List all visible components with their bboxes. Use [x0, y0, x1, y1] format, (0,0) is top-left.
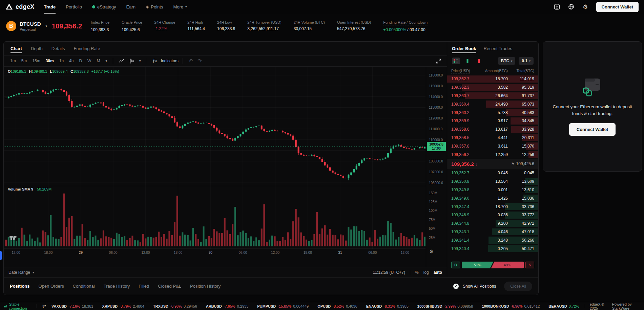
left-panel-handle[interactable]	[0, 251, 2, 260]
tab-open-orders[interactable]: Open Orders	[39, 284, 64, 289]
ticker-value: 0.009858	[458, 304, 473, 308]
orderbook-mid-row[interactable]: 109,356.2 ↓ ⚑ 109,425.6	[447, 159, 538, 169]
nav-item-estrategy[interactable]: eStrategy	[92, 0, 116, 14]
ask-row[interactable]: 109,362.33.58295.319	[447, 83, 538, 92]
log-scale-button[interactable]: log	[423, 270, 429, 275]
ticker-scroll-icon[interactable]: ⇄	[42, 304, 46, 309]
timeframe-1h[interactable]: 1h	[57, 57, 66, 65]
nav-item-points[interactable]: ◈Points	[146, 0, 163, 14]
tab-trade-history[interactable]: Trade History	[104, 284, 130, 289]
ob-layout-both-icon[interactable]	[452, 58, 460, 64]
price-axis[interactable]: 116000.0115000.0114000.0113000.0112000.0…	[426, 67, 447, 267]
chart-settings-gear-icon[interactable]: ⚙	[429, 249, 434, 254]
ticker-pumpusd[interactable]: PUMPUSD-15.85%0.004449	[257, 304, 309, 308]
tab-filled[interactable]: Filled	[139, 284, 149, 289]
tradingview-logo[interactable]	[9, 235, 18, 242]
bid-row[interactable]: 109,347.418.70033.736	[447, 202, 538, 211]
ticker-arbusd[interactable]: ARBUSD-7.65%0.2933	[206, 304, 249, 308]
timeframe-m[interactable]: M	[94, 57, 102, 65]
ob-unit-select[interactable]: BTC ▾	[498, 57, 516, 65]
connect-wallet-button[interactable]: Connect Wallet	[596, 2, 639, 12]
pair-selector[interactable]: BTCUSD Perpetual	[20, 21, 41, 31]
tab-details[interactable]: Details	[51, 42, 65, 55]
connect-wallet-card-button[interactable]: Connect Wallet	[569, 123, 616, 136]
indicators-button[interactable]: Indicators	[161, 59, 179, 63]
settings-gear-icon[interactable]: ⚙	[582, 3, 589, 10]
ask-row[interactable]: 109,360.424.49065.073	[447, 100, 538, 108]
line-chart-icon[interactable]	[117, 59, 126, 63]
timeframe-4h[interactable]: 4h	[67, 57, 76, 65]
close-all-button[interactable]: Close All	[504, 282, 532, 291]
ask-row[interactable]: 109,358.613.61733.928	[447, 125, 538, 134]
candle-style-caret-icon[interactable]: ▾	[138, 59, 143, 63]
brand-logo[interactable]: edgeX	[5, 3, 35, 10]
timeframe-more-icon[interactable]: ▾	[104, 59, 109, 63]
ticker-vaxusd[interactable]: VAXUSD-7.16%18.381	[51, 304, 94, 308]
pair-caret-icon[interactable]: ▾	[46, 24, 47, 28]
ticker-1000bonkusd[interactable]: 1000BONKUSD-6.96%0.013412	[482, 304, 540, 308]
ticker-enausd[interactable]: ENAUSD-8.31%0.3985	[366, 304, 409, 308]
tab-depth[interactable]: Depth	[31, 42, 43, 55]
tab-positions[interactable]: Positions	[10, 284, 30, 289]
nav-item-portfolio[interactable]: Portfolio	[66, 0, 82, 14]
ask-row[interactable]: 109,357.83.61115.870	[447, 142, 538, 150]
bid-row[interactable]: 109,340.40.20550.471	[447, 244, 538, 253]
ask-row[interactable]: 109,360.726.66491.737	[447, 92, 538, 100]
date-range-button[interactable]: Date Range	[8, 270, 30, 275]
nav-item-earn[interactable]: Earn	[126, 0, 136, 14]
nav-item-trade[interactable]: Trade	[44, 0, 56, 14]
ob-layout-asks-icon[interactable]	[475, 58, 483, 64]
bid-row[interactable]: 109,344.89.20042.972	[447, 219, 538, 228]
ask-row[interactable]: 109,362.718.700114.019	[447, 75, 538, 83]
bid-row[interactable]: 109,343.14.04647.018	[447, 228, 538, 236]
stat-label[interactable]: Index Price	[91, 20, 109, 25]
undo-icon[interactable]: ↶	[187, 58, 195, 64]
timeframe-d[interactable]: D	[77, 57, 84, 65]
date-range-caret-icon[interactable]: ▾	[33, 271, 34, 274]
show-all-positions-checkbox[interactable]: ✓	[453, 284, 459, 289]
tab-funding-rate[interactable]: Funding Rate	[74, 42, 100, 55]
time-tick: 18:00	[300, 251, 315, 254]
redo-icon[interactable]: ↷	[196, 58, 204, 64]
bid-row[interactable]: 109,349.01.42615.036	[447, 194, 538, 202]
ask-row[interactable]: 109,358.54.44120.311	[447, 134, 538, 142]
timeframe-15m[interactable]: 15m	[30, 57, 42, 65]
tab-closed-p-l[interactable]: Closed P&L	[158, 284, 181, 289]
bid-row[interactable]: 109,349.80.00113.610	[447, 186, 538, 194]
tab-order-book[interactable]: Order Book	[452, 42, 476, 55]
ob-layout-bids-icon[interactable]	[463, 58, 472, 64]
ob-precision-select[interactable]: 0.1 ▾	[519, 57, 534, 65]
stat-label[interactable]: Oracle Price	[122, 20, 142, 25]
ask-row[interactable]: 109,360.25.73840.583	[447, 108, 538, 117]
chart-canvas[interactable]: O109185.1H109490.1L109059.4C109352.8+167…	[4, 67, 425, 267]
candle-style-icon[interactable]	[127, 59, 136, 64]
tab-position-history[interactable]: Position History	[190, 284, 221, 289]
tab-recent-trades[interactable]: Recent Trades	[484, 42, 513, 55]
ticker-trxusd[interactable]: TRXUSD-0.96%0.29456	[153, 304, 197, 308]
timeframe-w[interactable]: W	[85, 57, 94, 65]
fx-indicators-icon[interactable]: ƒx	[151, 58, 159, 64]
timeframe-1m[interactable]: 1m	[8, 57, 18, 65]
bid-row[interactable]: 109,341.43.24850.266	[447, 236, 538, 244]
chart-clock[interactable]: 11:12:59 (UTC+7)	[373, 270, 405, 275]
nav-item-more[interactable]: More▾	[173, 0, 187, 14]
ticker-opusd[interactable]: OPUSD-8.52%0.4036	[317, 304, 357, 308]
ticker-1000shibusd[interactable]: 1000SHIBUSD-2.99%0.009858	[417, 304, 473, 308]
ticker-berausd[interactable]: BERAUSD0.72%	[548, 304, 579, 308]
percent-scale-button[interactable]: %	[415, 270, 419, 275]
ticker-xrpusd[interactable]: XRPUSD-3.79%2.4804	[102, 304, 144, 308]
bid-row[interactable]: 109,350.813.56413.609	[447, 177, 538, 186]
timeframe-5m[interactable]: 5m	[19, 57, 29, 65]
tab-conditional[interactable]: Conditional	[73, 284, 95, 289]
bid-row[interactable]: 109,346.90.03633.772	[447, 211, 538, 219]
ask-row[interactable]: 109,356.212.25912.259	[447, 150, 538, 159]
ask-row[interactable]: 109,359.90.91734.845	[447, 117, 538, 125]
timeframe-30m[interactable]: 30m	[43, 57, 56, 65]
bid-row[interactable]: 109,352.70.0450.045	[447, 169, 538, 177]
language-globe-icon[interactable]	[568, 3, 575, 10]
stat-label[interactable]: Funding Rate / Countdown	[383, 20, 428, 25]
fullscreen-icon[interactable]	[434, 59, 443, 64]
auto-scale-button[interactable]: auto	[434, 270, 442, 275]
download-icon[interactable]	[554, 3, 560, 10]
tab-chart[interactable]: Chart	[11, 42, 22, 55]
